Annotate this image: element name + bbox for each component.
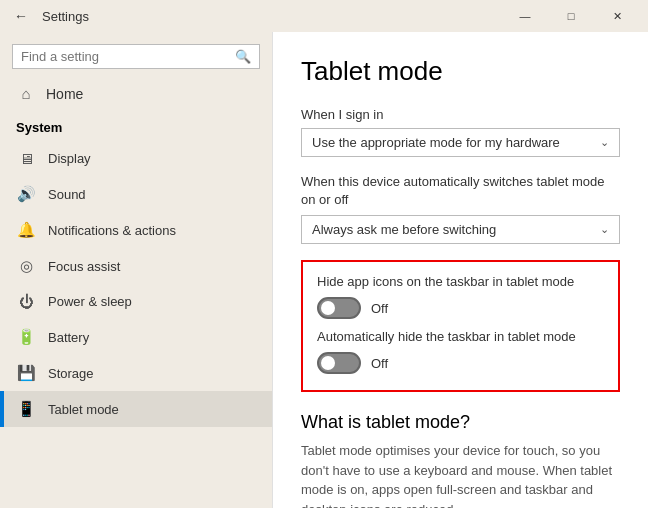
power-icon: ⏻ (16, 293, 36, 310)
titlebar-controls: — □ ✕ (502, 0, 640, 32)
sidebar-section-title: System (0, 110, 272, 141)
hide-taskbar-label: Automatically hide the taskbar in tablet… (317, 329, 604, 346)
hide-icons-toggle-row: Off (317, 297, 604, 319)
search-input[interactable] (21, 49, 229, 64)
notifications-icon: 🔔 (16, 221, 36, 239)
sidebar-item-label: Storage (48, 366, 94, 381)
sidebar-item-display[interactable]: 🖥 Display (0, 141, 272, 176)
sidebar-item-label: Tablet mode (48, 402, 119, 417)
minimize-button[interactable]: — (502, 0, 548, 32)
page-title: Tablet mode (301, 56, 620, 87)
back-button[interactable]: ← (8, 6, 34, 26)
display-icon: 🖥 (16, 150, 36, 167)
auto-switch-dropdown[interactable]: Always ask me before switching ⌄ (301, 215, 620, 244)
sidebar: 🔍 ⌂ Home System 🖥 Display 🔊 Sound 🔔 Noti… (0, 32, 272, 508)
sidebar-item-label: Sound (48, 187, 86, 202)
content-area: Tablet mode When I sign in Use the appro… (272, 32, 648, 508)
battery-icon: 🔋 (16, 328, 36, 346)
sign-in-label: When I sign in (301, 107, 620, 122)
tablet-icon: 📱 (16, 400, 36, 418)
close-button[interactable]: ✕ (594, 0, 640, 32)
hide-taskbar-toggle-label: Off (371, 356, 388, 371)
sidebar-item-power[interactable]: ⏻ Power & sleep (0, 284, 272, 319)
auto-switch-dropdown-value: Always ask me before switching (312, 222, 496, 237)
hide-icons-toggle[interactable] (317, 297, 361, 319)
sidebar-item-label: Notifications & actions (48, 223, 176, 238)
sign-in-dropdown-value: Use the appropriate mode for my hardware (312, 135, 560, 150)
chevron-down-icon: ⌄ (600, 136, 609, 149)
sound-icon: 🔊 (16, 185, 36, 203)
what-is-title: What is tablet mode? (301, 412, 620, 433)
toggle-knob-2 (321, 356, 335, 370)
titlebar: ← Settings — □ ✕ (0, 0, 648, 32)
sidebar-item-home[interactable]: ⌂ Home (0, 77, 272, 110)
toggle-knob (321, 301, 335, 315)
search-icon: 🔍 (235, 49, 251, 64)
highlighted-settings-box: Hide app icons on the taskbar in tablet … (301, 260, 620, 392)
sidebar-item-battery[interactable]: 🔋 Battery (0, 319, 272, 355)
maximize-button[interactable]: □ (548, 0, 594, 32)
search-box[interactable]: 🔍 (12, 44, 260, 69)
storage-icon: 💾 (16, 364, 36, 382)
sidebar-item-label: Display (48, 151, 91, 166)
sidebar-item-storage[interactable]: 💾 Storage (0, 355, 272, 391)
sidebar-item-label: Power & sleep (48, 294, 132, 309)
focus-icon: ◎ (16, 257, 36, 275)
sidebar-item-label: Focus assist (48, 259, 120, 274)
hide-icons-label: Hide app icons on the taskbar in tablet … (317, 274, 604, 291)
sidebar-item-sound[interactable]: 🔊 Sound (0, 176, 272, 212)
chevron-down-icon-2: ⌄ (600, 223, 609, 236)
what-is-text: Tablet mode optimises your device for to… (301, 441, 620, 508)
sidebar-item-notifications[interactable]: 🔔 Notifications & actions (0, 212, 272, 248)
app-body: 🔍 ⌂ Home System 🖥 Display 🔊 Sound 🔔 Noti… (0, 32, 648, 508)
hide-icons-toggle-label: Off (371, 301, 388, 316)
sidebar-item-label: Battery (48, 330, 89, 345)
sidebar-item-focus[interactable]: ◎ Focus assist (0, 248, 272, 284)
sign-in-dropdown[interactable]: Use the appropriate mode for my hardware… (301, 128, 620, 157)
titlebar-left: ← Settings (8, 6, 89, 26)
home-icon: ⌂ (16, 85, 36, 102)
hide-taskbar-toggle-row: Off (317, 352, 604, 374)
sidebar-home-label: Home (46, 86, 83, 102)
sidebar-item-tablet[interactable]: 📱 Tablet mode (0, 391, 272, 427)
auto-switch-label: When this device automatically switches … (301, 173, 620, 209)
titlebar-title: Settings (42, 9, 89, 24)
hide-taskbar-toggle[interactable] (317, 352, 361, 374)
